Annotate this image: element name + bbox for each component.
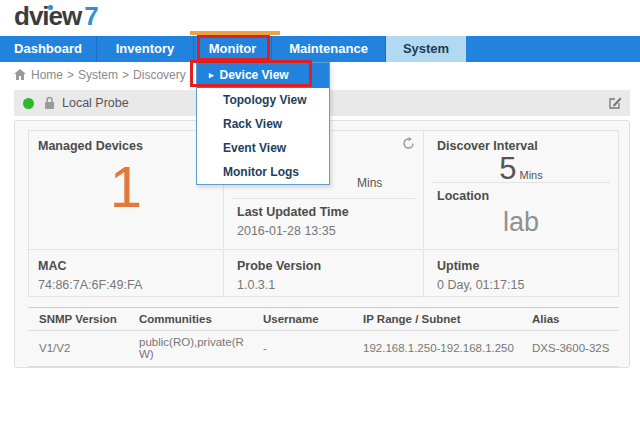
cell-username: -	[252, 331, 352, 367]
col-header-username: Username	[252, 308, 352, 331]
divider	[432, 182, 610, 183]
menu-item-monitor-logs[interactable]: Monitor Logs	[197, 160, 329, 184]
discover-interval-unit: Mins	[520, 169, 543, 181]
col-header-alias: Alias	[521, 308, 619, 331]
cell-alias: DXS-3600-32S	[521, 331, 619, 367]
probe-version-label: Probe Version	[237, 259, 321, 273]
cell-ip-range: 192.168.1.250-192.168.1.250	[352, 331, 521, 367]
polling-unit-fragment: Mins	[357, 176, 382, 190]
snmp-table: SNMP Version Communities Username IP Ran…	[28, 307, 619, 367]
breadcrumb-separator: >	[122, 68, 129, 82]
location-value: lab	[424, 207, 618, 238]
last-updated-value: 2016-01-28 13:35	[237, 224, 336, 238]
nav-tab-dashboard[interactable]: Dashboard	[0, 36, 97, 62]
probe-version-value: 1.0.3.1	[237, 278, 423, 292]
snmp-table-header-row: SNMP Version Communities Username IP Ran…	[28, 308, 619, 331]
discover-interval-number: 5	[499, 151, 516, 186]
mac-value: 74:86:7A:6F:49:FA	[38, 278, 223, 292]
nav-tab-system[interactable]: System	[386, 36, 466, 62]
refresh-icon[interactable]	[402, 137, 415, 150]
menu-item-rack-view[interactable]: Rack View	[197, 112, 329, 136]
breadcrumb-discovery[interactable]: Discovery	[133, 68, 186, 82]
nav-tab-inventory[interactable]: Inventory	[97, 36, 194, 62]
cell-snmp-version: V1/V2	[28, 331, 128, 367]
divider	[232, 198, 415, 199]
menu-item-device-view[interactable]: ▸Device View	[197, 63, 329, 88]
menu-item-label: Device View	[220, 68, 289, 82]
mac-cell: MAC 74:86:7A:6F:49:FA	[29, 250, 224, 298]
probe-title: Local Probe	[62, 90, 129, 116]
cell-communities: public(RO),private(RW)	[128, 331, 252, 367]
managed-devices-card: Managed Devices 1	[29, 131, 224, 248]
breadcrumb-system[interactable]: System	[78, 68, 118, 82]
home-icon	[14, 69, 26, 80]
logo-i-dot-icon	[48, 5, 53, 10]
mac-label: MAC	[38, 259, 66, 273]
menu-item-topology-view[interactable]: Topology View	[197, 88, 329, 112]
app-header: dview7	[0, 0, 640, 36]
breadcrumb-separator: >	[67, 68, 74, 82]
col-header-ip-range: IP Range / Subnet	[352, 308, 521, 331]
lock-icon	[44, 96, 55, 110]
uptime-value: 0 Day, 01:17:15	[437, 278, 618, 292]
monitor-dropdown-menu: ▸Device View Topology View Rack View Eve…	[196, 62, 330, 185]
dview-app-window: dview7 Dashboard Inventory Monitor Maint…	[0, 0, 640, 446]
dview-logo: dview7	[14, 1, 98, 32]
interval-location-card: Discover Interval 5Mins Location lab	[424, 131, 618, 248]
menu-item-event-view[interactable]: Event View	[197, 136, 329, 160]
status-online-dot-icon	[23, 98, 34, 109]
logo-version: 7	[84, 1, 97, 31]
submenu-arrow-icon: ▸	[209, 70, 214, 80]
last-updated-label: Last Updated Time	[237, 205, 349, 219]
col-header-communities: Communities	[128, 308, 252, 331]
probe-info-row: MAC 74:86:7A:6F:49:FA Probe Version 1.0.…	[29, 249, 618, 297]
uptime-label: Uptime	[437, 259, 479, 273]
edit-icon[interactable]	[608, 96, 622, 110]
main-nav: Dashboard Inventory Monitor Maintenance …	[0, 36, 640, 62]
nav-tab-maintenance[interactable]: Maintenance	[272, 36, 386, 62]
managed-devices-count: 1	[29, 153, 223, 220]
uptime-cell: Uptime 0 Day, 01:17:15	[424, 250, 618, 298]
nav-tab-monitor[interactable]: Monitor	[194, 36, 272, 62]
managed-devices-label: Managed Devices	[38, 139, 143, 153]
breadcrumb-home[interactable]: Home	[31, 68, 63, 82]
col-header-snmp-version: SNMP Version	[28, 308, 128, 331]
table-row: V1/V2 public(RO),private(RW) - 192.168.1…	[28, 331, 619, 367]
location-label: Location	[437, 189, 489, 203]
probe-version-cell: Probe Version 1.0.3.1	[224, 250, 424, 298]
